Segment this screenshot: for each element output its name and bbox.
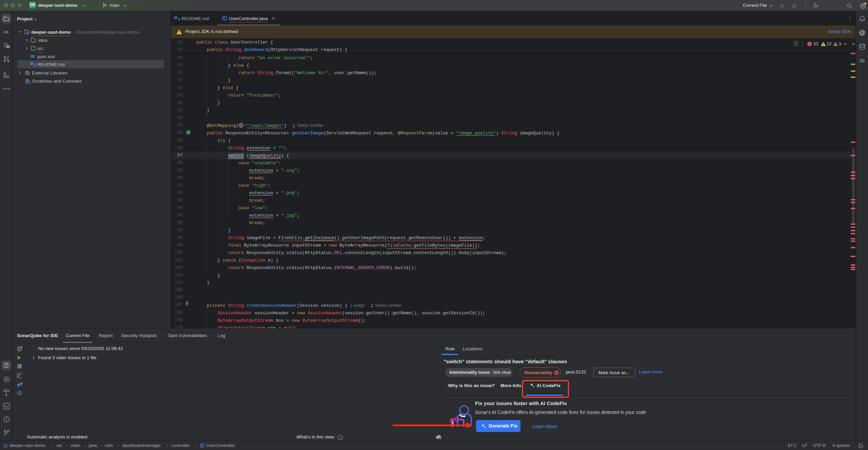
svg-text:?: ? bbox=[339, 436, 341, 439]
svg-text:?: ? bbox=[7, 45, 9, 48]
